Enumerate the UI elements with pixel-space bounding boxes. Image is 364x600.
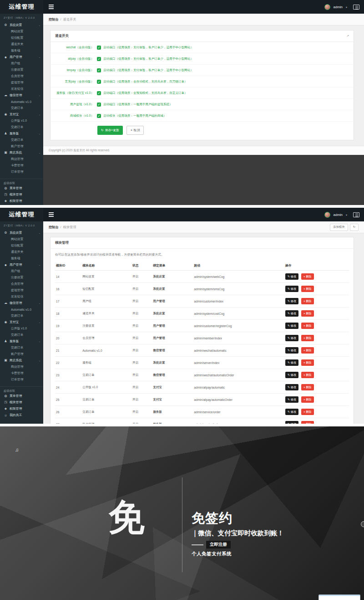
sidebar-item[interactable]: 网站设置 bbox=[0, 236, 43, 242]
delete-button[interactable]: × 删除 bbox=[301, 335, 314, 341]
sidebar-item[interactable]: 交易订单 bbox=[0, 124, 43, 130]
edit-button[interactable]: ✎ 修改 bbox=[285, 372, 298, 378]
sidebar-item[interactable]: 交易订单 bbox=[0, 344, 43, 351]
bound-menu-link[interactable]: 用户管理 bbox=[152, 295, 193, 308]
user-avatar[interactable] bbox=[324, 4, 330, 10]
delete-button[interactable]: × 删除 bbox=[301, 396, 314, 403]
sidebar-item[interactable]: 网站设置 bbox=[0, 28, 43, 35]
delete-button[interactable]: × 删除 bbox=[301, 359, 314, 366]
music-note-icon[interactable]: ♫ bbox=[15, 447, 19, 452]
delete-button[interactable]: × 删除 bbox=[301, 421, 314, 424]
edit-button[interactable]: ✎ 修改 bbox=[285, 409, 298, 415]
sidebar-item[interactable]: ⚙ 系统设置 - bbox=[0, 22, 43, 28]
sidebar-item[interactable]: 超级权限 bbox=[0, 386, 43, 393]
edit-button[interactable]: ✎ 修改 bbox=[285, 396, 298, 403]
sidebar-item[interactable]: Automatic v1.0 bbox=[0, 306, 43, 313]
sidebar-item[interactable]: ☺ 我的员工 bbox=[0, 204, 43, 205]
expand-icon[interactable]: ↗ bbox=[346, 34, 349, 38]
bound-menu-link[interactable]: 系统设置 bbox=[152, 308, 193, 320]
sidebar-item[interactable]: ◉ 支付宝 - bbox=[0, 111, 43, 118]
channel-checkbox[interactable]: ✓ bbox=[97, 57, 101, 61]
sidebar-item[interactable]: 订单管理 bbox=[0, 169, 43, 175]
bound-menu-link[interactable]: 用户管理 bbox=[152, 332, 193, 344]
sidebar-item[interactable]: ☻ 用户管理 - bbox=[0, 54, 43, 60]
edge-widget-dot[interactable] bbox=[361, 521, 364, 527]
delete-button[interactable]: × 删除 bbox=[301, 372, 314, 378]
sidebar-item[interactable]: 交易订单 bbox=[0, 105, 43, 111]
sidebar-toggle-icon[interactable] bbox=[353, 212, 359, 217]
breadcrumb-root[interactable]: 控制台 bbox=[49, 17, 59, 22]
register-button[interactable]: 立即注册 bbox=[206, 541, 231, 549]
edit-button[interactable]: ✎ 修改 bbox=[285, 384, 298, 390]
user-menu[interactable]: admin bbox=[334, 5, 343, 9]
sidebar-item[interactable]: ☻ 用户管理 - bbox=[0, 262, 43, 268]
sidebar-item[interactable]: 通道开关 bbox=[0, 249, 43, 255]
edit-button[interactable]: ✎ 修改 bbox=[285, 323, 298, 329]
channel-checkbox[interactable]: ✓ bbox=[97, 80, 101, 84]
edit-button[interactable]: ✎ 修改 bbox=[285, 335, 298, 341]
hamburger-menu-icon[interactable] bbox=[43, 0, 59, 14]
delete-button[interactable]: × 删除 bbox=[301, 323, 314, 329]
channel-checkbox[interactable]: ✓ bbox=[97, 68, 101, 72]
edit-button[interactable]: ✎ 修改 bbox=[285, 421, 298, 424]
bound-menu-link[interactable]: 支付宝 bbox=[152, 381, 193, 394]
delete-button[interactable]: × 删除 bbox=[301, 286, 314, 292]
edit-button[interactable]: ✎ 修改 bbox=[285, 310, 298, 317]
sidebar-item[interactable]: ◍ 菜单管理 bbox=[0, 185, 43, 191]
sidebar-item[interactable]: 交易订单 bbox=[0, 332, 43, 338]
bound-menu-link[interactable]: 微信管理 bbox=[152, 369, 193, 381]
sidebar-item[interactable]: 订单管理 bbox=[0, 376, 43, 383]
sidebar-item[interactable]: 会员管理 bbox=[0, 73, 43, 79]
chat-widget[interactable] bbox=[318, 595, 360, 600]
delete-button[interactable]: × 删除 bbox=[301, 298, 314, 304]
sidebar-item[interactable]: 短信配置 bbox=[0, 242, 43, 249]
edit-button[interactable]: ✎ 修改 bbox=[285, 347, 298, 354]
sidebar-item[interactable]: 会员管理 bbox=[0, 281, 43, 287]
sidebar-item[interactable]: 账户管理 bbox=[0, 143, 43, 149]
channel-checkbox[interactable]: ✓ bbox=[97, 114, 101, 118]
bound-menu-link[interactable]: 支付宝 bbox=[152, 394, 193, 406]
sidebar-item[interactable]: 注册设置 bbox=[0, 67, 43, 73]
sidebar-item[interactable]: 用户组 bbox=[0, 60, 43, 67]
sidebar-item[interactable]: ⚙ 系统设置 - bbox=[0, 230, 43, 236]
bound-menu-link[interactable]: 系统设置 bbox=[152, 271, 193, 283]
sidebar-item[interactable]: 服务端 bbox=[0, 255, 43, 262]
sidebar-item[interactable]: ▣ 商店系统 - bbox=[0, 357, 43, 364]
sidebar-item[interactable]: 卡密管理 bbox=[0, 162, 43, 169]
sidebar-item[interactable]: 商品管理 bbox=[0, 364, 43, 370]
sidebar-item[interactable]: Automatic v1.0 bbox=[0, 98, 43, 105]
refresh-button[interactable]: ↻ bbox=[350, 224, 359, 231]
sidebar-item[interactable]: 卡密管理 bbox=[0, 370, 43, 376]
edit-button[interactable]: ✎ 修改 bbox=[285, 359, 298, 366]
sidebar-item[interactable]: 用户组 bbox=[0, 268, 43, 274]
cancel-button[interactable]: ×取消 bbox=[126, 126, 144, 135]
channel-checkbox[interactable]: ✓ bbox=[97, 46, 101, 50]
delete-button[interactable]: × 删除 bbox=[301, 347, 314, 354]
save-button[interactable]: ↻保存+更新 bbox=[97, 126, 123, 135]
edit-button[interactable]: ✎ 修改 bbox=[285, 298, 298, 304]
sidebar-item[interactable]: 公开版 v1.0 bbox=[0, 118, 43, 124]
sidebar-item[interactable]: 服务端 bbox=[0, 47, 43, 54]
hamburger-menu-icon[interactable] bbox=[43, 208, 59, 221]
sidebar-item[interactable]: 提现管理 bbox=[0, 79, 43, 86]
sidebar-item[interactable]: 注册设置 bbox=[0, 274, 43, 281]
breadcrumb-root[interactable]: 控制台 bbox=[49, 225, 59, 230]
sidebar-item[interactable]: 商品管理 bbox=[0, 156, 43, 162]
sidebar-item[interactable]: 通道开关 bbox=[0, 41, 43, 47]
bound-menu-link[interactable]: 系统设置 bbox=[152, 283, 193, 295]
sidebar-item[interactable]: ◍ 菜单管理 bbox=[0, 393, 43, 399]
sidebar-item[interactable]: ♟ 服务版 - bbox=[0, 130, 43, 137]
sidebar-item[interactable]: 公开版 v1.0 bbox=[0, 325, 43, 332]
delete-button[interactable]: × 删除 bbox=[301, 409, 314, 415]
sidebar-item[interactable]: 交易订单 bbox=[0, 137, 43, 143]
bound-menu-link[interactable]: 微信管理 bbox=[152, 344, 193, 357]
sidebar-toggle-icon[interactable] bbox=[353, 5, 359, 10]
delete-button[interactable]: × 删除 bbox=[301, 384, 314, 390]
bound-menu-link[interactable]: 用户管理 bbox=[152, 320, 193, 332]
delete-button[interactable]: × 删除 bbox=[301, 273, 314, 280]
edit-button[interactable]: ✎ 修改 bbox=[285, 273, 298, 280]
sidebar-item[interactable]: ◳ 模块管理 bbox=[0, 399, 43, 405]
sidebar-item[interactable]: 超级权限 bbox=[0, 179, 43, 185]
channel-checkbox[interactable]: ✓ bbox=[97, 103, 101, 107]
sidebar-item[interactable]: 发送短信 bbox=[0, 293, 43, 300]
